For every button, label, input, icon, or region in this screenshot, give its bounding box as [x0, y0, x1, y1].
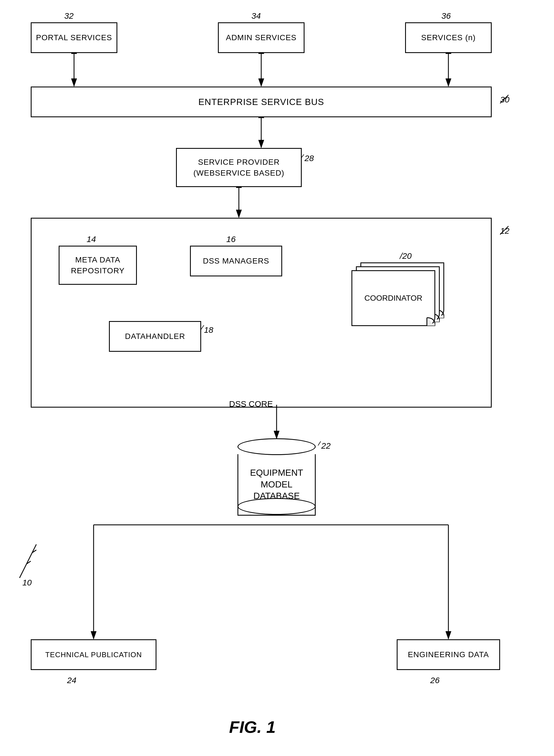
service-provider-label: SERVICE PROVIDER(WEBSERVICE BASED) [193, 156, 284, 178]
coordinator-stack: COORDINATOR [349, 262, 453, 340]
db-label: EQUIPMENT MODELDATABASE [238, 467, 315, 502]
figure-label: FIG. 1 [229, 717, 276, 737]
svg-line-18 [19, 545, 36, 578]
enterprise-service-bus-label: ENTERPRISE SERVICE BUS [198, 97, 324, 107]
diagram: PORTAL SERVICES 32 ADMIN SERVICES 34 SER… [0, 0, 554, 756]
datahandler-label: DATAHANDLER [125, 332, 185, 341]
meta-data-ref: 14 [87, 235, 96, 244]
db-top [237, 438, 316, 455]
portal-services-box: PORTAL SERVICES [31, 22, 117, 53]
dss-managers-ref: 16 [226, 235, 235, 244]
datahandler-box: DATAHANDLER [109, 321, 201, 352]
svg-line-15 [201, 325, 204, 330]
tech-pub-ref: 24 [67, 676, 76, 685]
technical-publication-label: TECHNICAL PUBLICATION [45, 650, 142, 659]
portal-services-ref: 32 [64, 11, 73, 21]
equipment-model-db: EQUIPMENT MODELDATABASE [237, 438, 316, 516]
services-n-label: SERVICES (n) [421, 33, 476, 42]
services-n-box: SERVICES (n) [405, 22, 492, 53]
enterprise-service-bus-box: ENTERPRISE SERVICE BUS [31, 86, 492, 117]
meta-data-label: META DATAREPOSITORY [71, 254, 125, 276]
dss-core-label: DSS CORE [229, 399, 273, 409]
admin-services-label: ADMIN SERVICES [226, 33, 296, 42]
service-provider-box: SERVICE PROVIDER(WEBSERVICE BASED) [176, 148, 302, 187]
dss-managers-box: DSS MANAGERS [190, 246, 282, 276]
portal-services-label: PORTAL SERVICES [36, 33, 112, 42]
svg-line-14 [301, 154, 304, 158]
technical-publication-box: TECHNICAL PUBLICATION [31, 639, 157, 670]
engineering-data-box: ENGINEERING DATA [397, 639, 500, 670]
admin-services-box: ADMIN SERVICES [218, 22, 304, 53]
meta-data-repository-box: META DATAREPOSITORY [59, 246, 137, 285]
engineering-data-label: ENGINEERING DATA [408, 650, 489, 659]
admin-services-ref: 34 [252, 11, 261, 21]
services-n-ref: 36 [441, 11, 451, 21]
svg-line-16 [399, 253, 403, 259]
eng-data-ref: 26 [430, 676, 439, 685]
db-body: EQUIPMENT MODELDATABASE [237, 454, 316, 516]
dss-managers-label: DSS MANAGERS [203, 257, 269, 265]
svg-line-17 [318, 441, 321, 446]
